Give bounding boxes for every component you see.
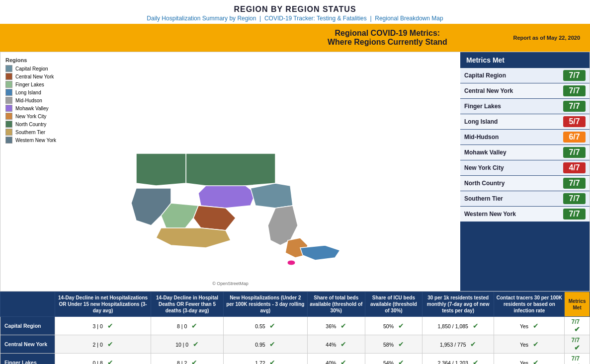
legend-color-mv — [5, 105, 12, 112]
col4-val: 40% ✔ — [307, 354, 365, 364]
col1-val: 0 | 8 ✔ — [55, 354, 151, 364]
check-icon: ✔ — [107, 359, 113, 364]
check-icon: ✔ — [398, 322, 404, 330]
table-row: Finger Lakes 0 | 8 ✔ 8 | 2 ✔ 1.72 ✔ 40% … — [0, 354, 590, 364]
metrics-row: New York City 4/7 — [460, 160, 590, 176]
metrics-region-name: Central New York — [464, 87, 563, 94]
table-header-row: 14-Day Decline in net Hospitalizations O… — [0, 292, 590, 317]
legend-label: Long Island — [15, 90, 41, 95]
col3-val: 0.55 ✔ — [224, 317, 308, 335]
legend-color-capital — [5, 65, 12, 72]
metrics-met-cell: 7/7 ✔ — [565, 354, 590, 364]
legend-color-wny — [5, 137, 12, 144]
col5-val: 54% ✔ — [365, 354, 422, 364]
legend-item: North Country — [5, 121, 455, 128]
region-name: Central New York — [0, 335, 55, 354]
check-icon: ✔ — [574, 344, 580, 352]
legend-label: North Country — [15, 122, 46, 127]
region-name: Capital Region — [0, 317, 55, 335]
check-icon: ✔ — [191, 322, 197, 330]
legend-item: Central New York — [5, 73, 455, 80]
legend-label: Mohawk Valley — [15, 106, 49, 111]
metrics-region-name: North Country — [464, 180, 563, 187]
page-title-section: REGION BY REGION STATUS Daily Hospitaliz… — [0, 0, 590, 24]
check-icon: ✔ — [533, 340, 539, 348]
metrics-region-name: Mid-Hudson — [464, 134, 563, 141]
table-row: Capital Region 3 | 0 ✔ 8 | 0 ✔ 0.55 ✔ 36… — [0, 317, 590, 335]
table-body: Capital Region 3 | 0 ✔ 8 | 0 ✔ 0.55 ✔ 36… — [0, 317, 590, 364]
check-icon: ✔ — [340, 322, 346, 330]
th-mm: Metrics Met — [565, 292, 590, 317]
golden-header-title: Regional COVID-19 Metrics: Where Regions… — [261, 29, 513, 47]
legend-color-li — [5, 89, 12, 96]
region-name: Finger Lakes — [0, 354, 55, 364]
legend-color-st — [5, 129, 12, 136]
metrics-region-name: Finger Lakes — [464, 103, 563, 110]
metrics-score: 5/7 — [563, 116, 586, 127]
ny-state-map — [106, 148, 355, 278]
metrics-rows: Capital Region 7/7 Central New York 7/7 … — [460, 68, 590, 222]
check-icon: ✔ — [269, 322, 275, 330]
metrics-score: 7/7 — [563, 101, 586, 112]
metrics-row: Western New York 7/7 — [460, 207, 590, 222]
metrics-row: Central New York 7/7 — [460, 83, 590, 99]
legend-item: Mid-Hudson — [5, 97, 455, 104]
legend-label: New York City — [15, 114, 46, 119]
subtitle-link-2[interactable]: COVID-19 Tracker: Testing & Fatalities — [264, 15, 367, 22]
col6-val: 2,364 / 1,203 ✔ — [422, 354, 494, 364]
col4-val: 44% ✔ — [307, 335, 365, 354]
col6-val: 1,953 / 775 ✔ — [422, 335, 494, 354]
metrics-row: Mid-Hudson 6/7 — [460, 130, 590, 145]
th-col3: New Hospitalizations (Under 2 per 100K r… — [224, 292, 308, 317]
check-icon: ✔ — [470, 340, 476, 348]
subtitle-link-1[interactable]: Daily Hospitalization Summary by Region — [147, 15, 256, 22]
check-icon: ✔ — [193, 340, 199, 348]
legend-color-nc — [5, 121, 12, 128]
legend-item: New York City — [5, 113, 455, 120]
main-content: Regions Capital Region Central New York … — [0, 52, 590, 291]
th-col6: 30 per 1k residents tested monthly (7-da… — [422, 292, 494, 317]
metrics-row: Mohawk Valley 7/7 — [460, 145, 590, 160]
th-col5: Share of ICU beds available (threshold o… — [365, 292, 422, 317]
check-icon: ✔ — [574, 362, 580, 364]
metrics-panel-header: Metrics Met — [460, 52, 590, 68]
legend-label: Western New York — [15, 138, 56, 143]
col2-val: 8 | 0 ✔ — [151, 317, 224, 335]
page-subtitle: Daily Hospitalization Summary by Region … — [0, 15, 590, 22]
metrics-region-name: New York City — [464, 164, 563, 171]
legend-label: Capital Region — [15, 66, 48, 72]
check-icon: ✔ — [340, 359, 346, 364]
legend-item: Finger Lakes — [5, 81, 455, 88]
col3-val: 1.72 ✔ — [224, 354, 308, 364]
metrics-score: 7/7 — [563, 178, 586, 189]
metrics-score: 6/7 — [563, 132, 586, 143]
col1-val: 2 | 0 ✔ — [55, 335, 151, 354]
subtitle-link-3[interactable]: Regional Breakdown Map — [375, 15, 443, 22]
col7-val: Yes ✔ — [494, 354, 565, 364]
th-region — [0, 292, 55, 317]
check-icon: ✔ — [107, 322, 113, 330]
map-container: © OpenStreetMap — [5, 148, 455, 286]
col2-val: 10 | 0 ✔ — [151, 335, 224, 354]
legend-item: Capital Region — [5, 65, 455, 72]
col4-val: 36% ✔ — [307, 317, 365, 335]
legend-color-fl — [5, 81, 12, 88]
col7-val: Yes ✔ — [494, 317, 565, 335]
check-icon: ✔ — [107, 340, 113, 348]
col7-val: Yes ✔ — [494, 335, 565, 354]
metrics-score: 7/7 — [563, 85, 586, 96]
metrics-region-name: Long Island — [464, 118, 563, 125]
report-date: Report as of May 22, 2020 — [513, 35, 581, 41]
col5-val: 58% ✔ — [365, 335, 422, 354]
legend-item: Mohawk Valley — [5, 105, 455, 112]
check-icon: ✔ — [473, 359, 479, 364]
metrics-region-name: Capital Region — [464, 72, 563, 79]
metrics-score: 7/7 — [563, 70, 586, 81]
th-col2: 14-Day Decline in Hospital Deaths OR Few… — [151, 292, 224, 317]
legend-item: Long Island — [5, 89, 455, 96]
legend-label: Finger Lakes — [15, 82, 44, 87]
check-icon: ✔ — [269, 340, 275, 348]
metrics-score: 7/7 — [563, 193, 586, 204]
legend-label: Mid-Hudson — [15, 98, 42, 103]
check-icon: ✔ — [398, 359, 404, 364]
